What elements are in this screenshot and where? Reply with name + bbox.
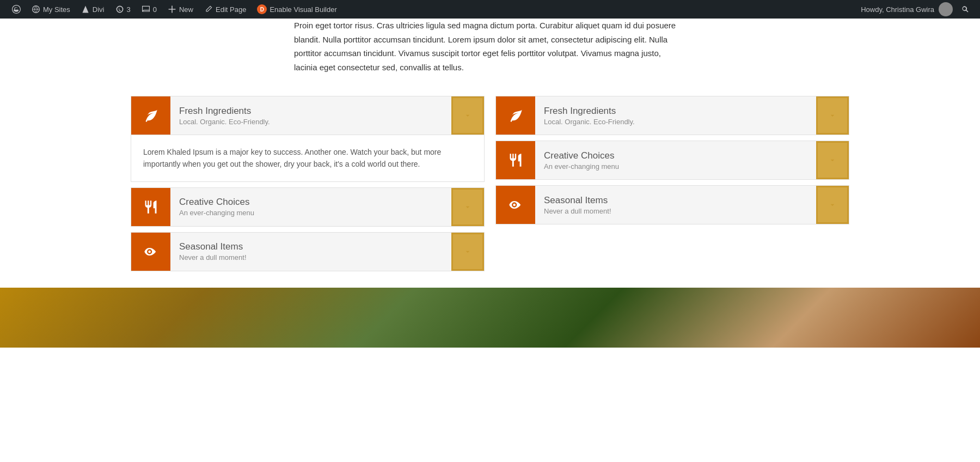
creative-icon-box-right [496, 141, 535, 179]
avatar[interactable] [939, 2, 953, 16]
creative-title-right: Creative Choices [544, 150, 807, 161]
leaf-icon-left [143, 108, 158, 123]
accordion-header-creative-right: Creative Choices An ever-changing menu [496, 141, 849, 179]
fresh-title-left: Fresh Ingredients [179, 106, 443, 117]
down-arrow-seasonal-left [463, 247, 472, 256]
revisions-menu[interactable]: 3 [110, 0, 136, 19]
creative-title-left: Creative Choices [179, 197, 443, 208]
seasonal-text-left: Seasonal Items Never a dull moment! [170, 233, 451, 271]
divi-circle-logo: D [257, 4, 267, 14]
fresh-subtitle-left: Local. Organic. Eco-Friendly. [179, 118, 443, 126]
comments-count: 0 [153, 5, 157, 14]
fresh-title-right: Fresh Ingredients [544, 106, 807, 117]
new-menu[interactable]: New [162, 0, 199, 19]
creative-toggle-right[interactable] [816, 141, 849, 179]
accordion-section: Fresh Ingredients Local. Organic. Eco-Fr… [0, 96, 980, 271]
fresh-toggle-left[interactable] [451, 96, 484, 135]
intro-paragraph: Proin eget tortor risus. Cras ultricies … [294, 19, 686, 74]
fresh-text-right: Fresh Ingredients Local. Organic. Eco-Fr… [535, 96, 816, 135]
left-accordion-column: Fresh Ingredients Local. Organic. Eco-Fr… [125, 96, 490, 271]
fresh-subtitle-right: Local. Organic. Eco-Friendly. [544, 118, 807, 126]
my-sites-label: My Sites [43, 5, 70, 14]
user-greeting: Howdy, Christina Gwira [861, 5, 934, 14]
accordion-header-creative-left: Creative Choices An ever-changing menu [131, 188, 484, 226]
creative-toggle-left[interactable] [451, 188, 484, 226]
accordion-item-seasonal-right: Seasonal Items Never a dull moment! [495, 185, 849, 224]
seasonal-title-left: Seasonal Items [179, 241, 443, 252]
wordpress-logo[interactable] [7, 0, 26, 19]
fresh-body-left: Lorem Khaled Ipsum is a major key to suc… [131, 135, 484, 181]
accordion-item-creative-right: Creative Choices An ever-changing menu [495, 141, 849, 180]
down-arrow-seasonal-right [828, 200, 837, 209]
accordion-header-seasonal-right: Seasonal Items Never a dull moment! [496, 186, 849, 224]
fish-icon-right [508, 197, 523, 212]
seasonal-icon-box-left [131, 233, 170, 271]
accordion-header-seasonal-left: Seasonal Items Never a dull moment! [131, 233, 484, 271]
seasonal-subtitle-right: Never a dull moment! [544, 207, 807, 215]
fish-icon-left [143, 244, 158, 259]
accordion-item-creative-left: Creative Choices An ever-changing menu [131, 187, 485, 227]
intro-text: Proin eget tortor risus. Cras ultricies … [283, 19, 697, 74]
down-arrow-fresh-left [463, 111, 472, 120]
seasonal-text-right: Seasonal Items Never a dull moment! [535, 186, 816, 224]
down-arrow-creative-left [463, 203, 472, 211]
utensils-icon-right [508, 153, 523, 168]
revisions-count: 3 [127, 5, 131, 14]
edit-page-label: Edit Page [216, 5, 246, 14]
right-accordion-column: Fresh Ingredients Local. Organic. Eco-Fr… [490, 96, 855, 271]
divi-menu[interactable]: Divi [76, 0, 110, 19]
new-label: New [179, 5, 193, 14]
fresh-icon-box-left [131, 96, 170, 135]
edit-page-menu[interactable]: Edit Page [199, 0, 252, 19]
accordion-header-fresh-left: Fresh Ingredients Local. Organic. Eco-Fr… [131, 96, 484, 135]
fresh-toggle-right[interactable] [816, 96, 849, 135]
search-button[interactable] [957, 0, 973, 19]
seasonal-subtitle-left: Never a dull moment! [179, 253, 443, 262]
seasonal-toggle-left[interactable] [451, 233, 484, 271]
creative-text-left: Creative Choices An ever-changing menu [170, 188, 451, 226]
fresh-text-left: Fresh Ingredients Local. Organic. Eco-Fr… [170, 96, 451, 135]
admin-bar-right: Howdy, Christina Gwira [861, 0, 973, 19]
creative-icon-box-left [131, 188, 170, 226]
seasonal-toggle-right[interactable] [816, 186, 849, 224]
accordion-item-seasonal-left: Seasonal Items Never a dull moment! [131, 232, 485, 271]
enable-visual-builder-label: Enable Visual Builder [270, 5, 336, 14]
leaf-icon-right [508, 108, 523, 123]
down-arrow-creative-right [828, 156, 837, 165]
bottom-hero-image [0, 288, 980, 348]
utensils-icon-left [143, 199, 158, 215]
admin-bar: My Sites Divi 3 0 New Edit Page D Enable… [0, 0, 980, 19]
seasonal-icon-box-right [496, 186, 535, 224]
accordion-item-fresh-right: Fresh Ingredients Local. Organic. Eco-Fr… [495, 96, 849, 135]
comments-menu[interactable]: 0 [136, 0, 162, 19]
page-content: Proin eget tortor risus. Cras ultricies … [0, 19, 980, 348]
seasonal-title-right: Seasonal Items [544, 195, 807, 206]
my-sites-menu[interactable]: My Sites [26, 0, 76, 19]
down-arrow-fresh-right [828, 111, 837, 120]
accordion-item-fresh-left: Fresh Ingredients Local. Organic. Eco-Fr… [131, 96, 485, 182]
creative-text-right: Creative Choices An ever-changing menu [535, 141, 816, 179]
fresh-body-text-left: Lorem Khaled Ipsum is a major key to suc… [143, 148, 441, 168]
divi-label: Divi [93, 5, 105, 14]
creative-subtitle-left: An ever-changing menu [179, 209, 443, 217]
enable-visual-builder-menu[interactable]: D Enable Visual Builder [252, 0, 342, 19]
accordion-header-fresh-right: Fresh Ingredients Local. Organic. Eco-Fr… [496, 96, 849, 135]
fresh-icon-box-right [496, 96, 535, 135]
creative-subtitle-right: An ever-changing menu [544, 162, 807, 171]
